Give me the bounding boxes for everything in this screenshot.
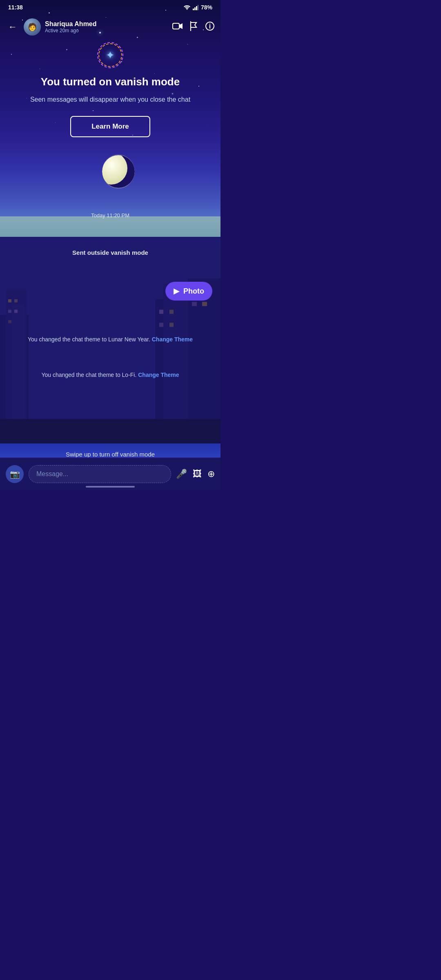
status-right: 78% xyxy=(184,4,212,11)
input-bar: 📷 Message... 🎤 🖼 ⊕ xyxy=(0,457,220,490)
svg-rect-43 xyxy=(169,310,174,314)
svg-point-8 xyxy=(209,23,210,24)
svg-rect-1 xyxy=(193,9,194,10)
nav-info: Shariqua Ahmed Active 20m ago xyxy=(45,20,168,33)
theme-change-2-text: You changed the chat theme to Lo-Fi. xyxy=(41,372,136,378)
message-input[interactable]: Message... xyxy=(29,465,171,483)
info-icon[interactable] xyxy=(205,21,215,33)
video-call-icon[interactable] xyxy=(172,22,183,32)
svg-rect-50 xyxy=(202,302,207,306)
avatar: 🧑 xyxy=(24,18,41,36)
vanish-icon: ✦ xyxy=(96,41,125,69)
svg-rect-44 xyxy=(159,323,163,327)
avatar-image: 🧑 xyxy=(24,18,41,36)
photo-bubble[interactable]: ▶ Photo xyxy=(165,282,212,301)
vanish-star: ✦ xyxy=(106,49,115,62)
status-bar: 11:38 78% xyxy=(0,0,220,15)
svg-rect-39 xyxy=(8,320,11,323)
svg-rect-49 xyxy=(192,302,197,306)
timestamp: Today 11:20 PM xyxy=(0,212,220,218)
input-action-icons: 🎤 🖼 ⊕ xyxy=(176,469,215,479)
moon-shape xyxy=(102,155,135,188)
time: 11:38 xyxy=(8,4,23,11)
home-indicator xyxy=(86,486,135,488)
wifi-icon xyxy=(184,5,190,10)
change-theme-link-2[interactable]: Change Theme xyxy=(138,372,179,378)
photo-label: Photo xyxy=(183,287,204,296)
svg-point-0 xyxy=(187,9,187,10)
contact-name: Shariqua Ahmed xyxy=(45,20,168,28)
swipe-text: Swipe up to turn off vanish mode xyxy=(66,451,155,458)
change-theme-link-1[interactable]: Change Theme xyxy=(152,336,193,343)
mic-icon[interactable]: 🎤 xyxy=(176,469,187,479)
theme-change-2: You changed the chat theme to Lo-Fi. Cha… xyxy=(0,372,220,378)
contact-status: Active 20m ago xyxy=(45,28,168,33)
svg-rect-36 xyxy=(14,299,18,303)
vanish-subtitle: Seen messages will disappear when you cl… xyxy=(16,95,204,105)
gallery-icon[interactable]: 🖼 xyxy=(193,469,202,479)
camera-icon: 📷 xyxy=(10,469,20,479)
svg-rect-42 xyxy=(159,310,163,314)
moon-decoration xyxy=(102,155,135,188)
svg-rect-38 xyxy=(14,310,18,313)
svg-rect-4 xyxy=(198,5,198,10)
learn-more-button[interactable]: Learn More xyxy=(70,116,150,137)
back-button[interactable]: ← xyxy=(6,19,20,35)
svg-rect-3 xyxy=(196,6,197,10)
add-icon[interactable]: ⊕ xyxy=(207,469,215,479)
svg-rect-35 xyxy=(8,299,11,303)
play-icon: ▶ xyxy=(174,287,179,296)
sent-outside-label: Sent outside vanish mode xyxy=(0,249,220,256)
vanish-title: You turned on vanish mode xyxy=(16,76,204,88)
svg-rect-45 xyxy=(169,323,174,327)
theme-change-1-text: You changed the chat theme to Lunar New … xyxy=(28,336,150,343)
camera-button[interactable]: 📷 xyxy=(6,465,24,483)
top-nav: ← 🧑 Shariqua Ahmed Active 20m ago xyxy=(0,15,220,39)
signal-icon xyxy=(193,4,198,10)
flag-icon[interactable] xyxy=(189,21,198,33)
svg-rect-37 xyxy=(8,310,11,313)
svg-rect-2 xyxy=(194,7,196,10)
svg-rect-51 xyxy=(0,419,220,445)
vanish-text-area: You turned on vanish mode Seen messages … xyxy=(0,76,220,137)
svg-rect-5 xyxy=(173,23,179,29)
lower-section: Sent outside vanish mode ▶ Photo You cha… xyxy=(0,237,220,445)
battery: 78% xyxy=(201,4,212,11)
nav-icons xyxy=(172,21,215,33)
theme-change-1: You changed the chat theme to Lunar New … xyxy=(0,335,220,344)
message-placeholder: Message... xyxy=(36,470,68,478)
